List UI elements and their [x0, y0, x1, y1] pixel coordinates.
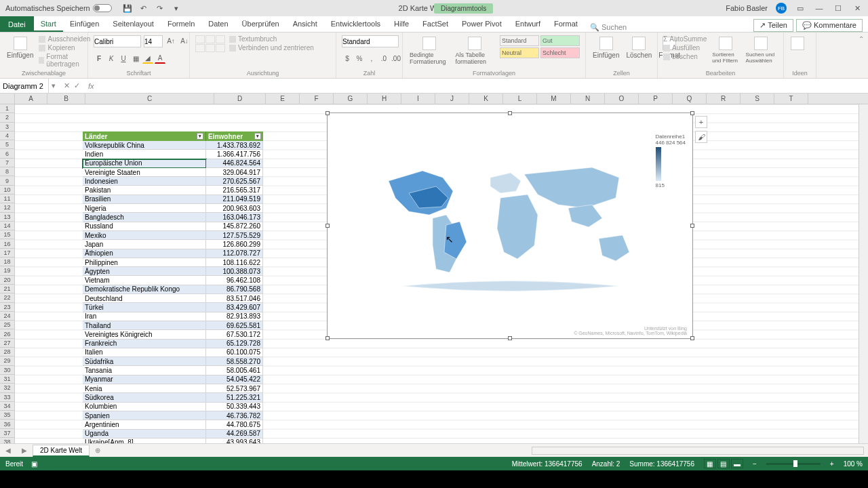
table-row[interactable]: Kolumbien50.339.443 — [83, 403, 263, 411]
cell-country[interactable]: Ukraine[Anm. 8] — [83, 439, 206, 443]
row-header[interactable]: 36 — [0, 420, 15, 428]
row-header[interactable]: 3 — [0, 123, 15, 131]
table-row[interactable]: Ukraine[Anm. 8]43.993.643 — [83, 439, 263, 443]
ribbon-tab[interactable]: Hilfe — [387, 17, 416, 32]
view-normal-icon[interactable]: ▦ — [704, 459, 716, 468]
cell-value[interactable]: 43.993.643 — [206, 439, 263, 443]
cell-value[interactable]: 145.872.260 — [206, 222, 263, 231]
row-header[interactable]: 23 — [0, 303, 15, 312]
resize-handle[interactable] — [690, 224, 694, 228]
table-row[interactable]: Vereinigtes Königreich67.530.172 — [83, 330, 263, 339]
column-header[interactable]: J — [435, 94, 469, 104]
accept-formula-icon[interactable]: ✓ — [74, 81, 80, 90]
resize-handle[interactable] — [690, 336, 694, 340]
horizontal-scrollbar[interactable] — [532, 447, 864, 455]
table-row[interactable]: Indonesien270.625.567 — [83, 177, 263, 186]
autosum-button[interactable]: ΣAutoSumme — [663, 35, 707, 43]
cell-style-standard[interactable]: Standard — [500, 35, 539, 46]
row-header[interactable]: 13 — [0, 213, 15, 222]
table-row[interactable]: Türkei83.429.607 — [83, 303, 263, 312]
table-row[interactable]: Demokratische Republik Kongo86.790.568 — [83, 285, 263, 294]
table-header-country[interactable]: Länder▾ — [83, 131, 206, 141]
row-header[interactable]: 22 — [0, 293, 15, 302]
row-header[interactable]: 8 — [0, 167, 15, 176]
ribbon-tab[interactable]: Formeln — [161, 17, 201, 32]
column-header[interactable]: P — [639, 94, 673, 104]
cell-value[interactable]: 65.129.728 — [206, 340, 263, 348]
resize-handle[interactable] — [508, 111, 512, 115]
cell-country[interactable]: Tansania — [83, 366, 206, 375]
column-header[interactable]: E — [266, 94, 300, 104]
view-pagebreak-icon[interactable]: ▬ — [731, 459, 743, 468]
cell-country[interactable]: Iran — [83, 312, 206, 321]
ribbon-tab[interactable]: Entwurf — [509, 17, 547, 32]
cell-country[interactable]: Russland — [83, 222, 206, 231]
row-header[interactable]: 27 — [0, 339, 15, 348]
cell-value[interactable]: 54.045.422 — [206, 375, 263, 384]
cell-value[interactable]: 82.913.893 — [206, 312, 263, 321]
cell-value[interactable]: 44.269.587 — [206, 430, 263, 439]
row-header[interactable]: 26 — [0, 329, 15, 338]
underline-button[interactable]: U — [118, 53, 129, 64]
table-row[interactable]: Frankreich65.129.728 — [83, 340, 263, 348]
qat-dropdown-icon[interactable]: ▾ — [172, 3, 181, 13]
vertical-scrollbar[interactable] — [859, 104, 868, 443]
percent-icon[interactable]: % — [354, 53, 365, 64]
cell-value[interactable]: 83.517.046 — [206, 294, 263, 303]
cell-country[interactable]: Frankreich — [83, 340, 206, 348]
cell-value[interactable]: 200.963.603 — [206, 204, 263, 213]
format-as-table-button[interactable]: Als Tabelle formatieren — [454, 35, 496, 66]
row-header[interactable]: 31 — [0, 375, 15, 384]
cell-country[interactable]: Italien — [83, 348, 206, 357]
macro-record-icon[interactable]: ▣ — [31, 460, 37, 468]
row-header[interactable]: 28 — [0, 348, 15, 357]
font-size-input[interactable] — [144, 35, 163, 47]
cell-country[interactable]: Vietnam — [83, 276, 206, 285]
row-header[interactable]: 16 — [0, 239, 15, 248]
column-header[interactable]: D — [214, 94, 266, 104]
cell-country[interactable]: Türkei — [83, 303, 206, 312]
table-row[interactable]: Südkorea51.225.321 — [83, 393, 263, 402]
column-header[interactable]: T — [774, 94, 808, 104]
row-header[interactable]: 24 — [0, 312, 15, 321]
row-header[interactable]: 29 — [0, 357, 15, 365]
zoom-in-icon[interactable]: + — [830, 460, 834, 468]
filter-icon[interactable]: ▾ — [197, 133, 203, 140]
row-header[interactable]: 4 — [0, 131, 15, 140]
column-header[interactable]: G — [334, 94, 368, 104]
row-header[interactable]: 14 — [0, 222, 15, 230]
column-header[interactable]: A — [15, 94, 47, 104]
column-header[interactable]: H — [368, 94, 401, 104]
table-row[interactable]: Myanmar54.045.422 — [83, 375, 263, 384]
cell-country[interactable]: Brasilien — [83, 195, 206, 204]
bold-button[interactable]: F — [94, 53, 104, 64]
cell-style-bad[interactable]: Schlecht — [540, 47, 580, 58]
wrap-text-button[interactable]: Textumbruch — [229, 35, 314, 43]
cell-value[interactable]: 46.736.782 — [206, 411, 263, 420]
cell-value[interactable]: 67.530.172 — [206, 330, 263, 339]
cell-country[interactable]: Thailand — [83, 321, 206, 330]
cell-country[interactable]: Äthiopien — [83, 249, 206, 258]
table-row[interactable]: Tansania58.005.461 — [83, 366, 263, 375]
row-header[interactable]: 17 — [0, 249, 15, 258]
table-row[interactable]: Vereinigte Staaten329.064.917 — [83, 168, 263, 177]
table-row[interactable]: Italien60.100.075 — [83, 348, 263, 357]
cut-button[interactable]: Ausschneiden — [39, 35, 90, 43]
view-layout-icon[interactable]: ▤ — [717, 459, 730, 468]
search-icon[interactable]: 🔍 Suchen — [585, 23, 632, 32]
table-row[interactable]: Bangladesch163.046.173 — [83, 213, 263, 222]
save-icon[interactable]: 💾 — [123, 3, 132, 13]
chart-brush-icon[interactable]: 🖌 — [695, 131, 707, 143]
cancel-formula-icon[interactable]: ✕ — [64, 81, 70, 90]
cell-country[interactable]: Pakistan — [83, 186, 206, 195]
insert-cells-button[interactable]: Einfügen — [591, 35, 620, 60]
cells-area[interactable]: Länder▾ Einwohner▾ Volksrepublik China1.… — [15, 104, 859, 443]
comments-button[interactable]: 💬 Kommentare — [796, 19, 863, 32]
column-header[interactable]: I — [401, 94, 435, 104]
resize-handle[interactable] — [326, 336, 330, 340]
decrease-font-icon[interactable]: A↓ — [179, 35, 190, 46]
cell-value[interactable]: 211.049.519 — [206, 195, 263, 204]
column-header[interactable]: R — [707, 94, 741, 104]
table-row[interactable]: Deutschland83.517.046 — [83, 294, 263, 303]
cell-value[interactable]: 270.625.567 — [206, 177, 263, 186]
